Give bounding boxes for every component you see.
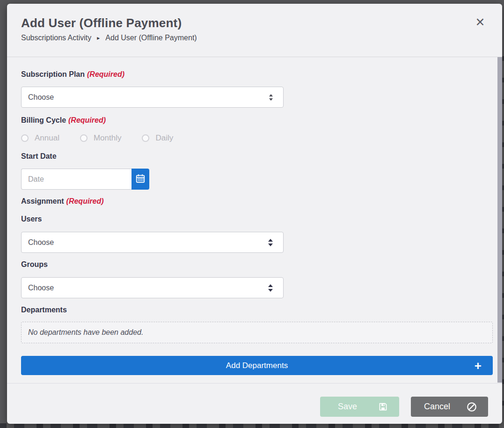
- cancel-button[interactable]: Cancel: [411, 397, 488, 417]
- add-user-modal: Add User (Offline Payment) Subscriptions…: [7, 4, 502, 424]
- users-select[interactable]: Choose: [21, 232, 284, 253]
- required-indicator: (Required): [87, 70, 124, 78]
- plus-icon: +: [475, 360, 482, 372]
- modal-footer: Save Cancel: [7, 384, 502, 424]
- breadcrumb: Subscriptions Activity ▸ Add User (Offli…: [21, 34, 197, 42]
- groups-select-value: Choose: [28, 284, 268, 292]
- breadcrumb-current: Add User (Offline Payment): [105, 34, 197, 42]
- save-icon: [378, 402, 388, 412]
- subscription-plan-label-text: Subscription Plan: [21, 70, 85, 78]
- radio-option-monthly[interactable]: Monthly: [80, 133, 122, 143]
- departments-label: Departments: [21, 306, 67, 314]
- subscription-plan-select[interactable]: Choose: [21, 87, 284, 108]
- required-indicator: (Required): [66, 197, 104, 205]
- departments-empty-message: No departments have been added.: [28, 328, 143, 337]
- modal-header: Add User (Offline Payment) Subscriptions…: [7, 4, 502, 57]
- add-departments-label: Add Departments: [226, 361, 288, 370]
- radio-option-daily[interactable]: Daily: [142, 133, 173, 143]
- users-label: Users: [21, 215, 42, 223]
- groups-label: Groups: [21, 260, 48, 269]
- radio-option-annual[interactable]: Annual: [21, 133, 59, 143]
- calendar-button[interactable]: [131, 169, 149, 190]
- footer-buttons: Save Cancel: [320, 397, 488, 417]
- save-button-label: Save: [338, 402, 357, 412]
- assignment-label-text: Assignment: [21, 197, 64, 205]
- scrollbar-thumb[interactable]: [497, 57, 502, 383]
- background-page-content: [0, 423, 504, 428]
- select-caret-icon: [269, 94, 273, 101]
- cancel-icon: [467, 402, 477, 412]
- billing-cycle-label: Billing Cycle(Required): [21, 116, 106, 125]
- radio-label: Monthly: [94, 133, 122, 143]
- cancel-button-label: Cancel: [424, 402, 450, 412]
- select-caret-icon: [268, 284, 273, 292]
- close-icon[interactable]: ✕: [473, 15, 487, 29]
- radio-icon[interactable]: [21, 134, 29, 142]
- breadcrumb-parent-link[interactable]: Subscriptions Activity: [21, 34, 91, 42]
- add-departments-button[interactable]: Add Departments +: [21, 356, 493, 375]
- page-title: Add User (Offline Payment): [21, 16, 182, 30]
- save-button[interactable]: Save: [320, 397, 399, 417]
- page-backdrop: Add User (Offline Payment) Subscriptions…: [0, 0, 504, 428]
- calendar-icon: [135, 173, 146, 185]
- date-input[interactable]: [21, 169, 131, 190]
- radio-icon[interactable]: [80, 134, 88, 142]
- radio-label: Annual: [35, 133, 59, 143]
- modal-body: Subscription Plan(Required) Choose Billi…: [7, 57, 502, 384]
- radio-label: Daily: [155, 133, 173, 143]
- billing-cycle-radio-group: Annual Monthly Daily: [21, 133, 173, 143]
- radio-icon[interactable]: [142, 134, 149, 142]
- breadcrumb-separator-icon: ▸: [97, 35, 100, 41]
- users-select-value: Choose: [28, 238, 268, 247]
- groups-select[interactable]: Choose: [21, 277, 284, 298]
- departments-empty-box: No departments have been added.: [21, 322, 493, 343]
- required-indicator: (Required): [68, 116, 106, 124]
- assignment-label: Assignment(Required): [21, 197, 104, 206]
- start-date-field: [21, 169, 149, 190]
- subscription-plan-value: Choose: [28, 93, 269, 102]
- subscription-plan-label: Subscription Plan(Required): [21, 70, 124, 79]
- start-date-label: Start Date: [21, 152, 57, 161]
- select-caret-icon: [268, 239, 273, 246]
- billing-cycle-label-text: Billing Cycle: [21, 116, 66, 124]
